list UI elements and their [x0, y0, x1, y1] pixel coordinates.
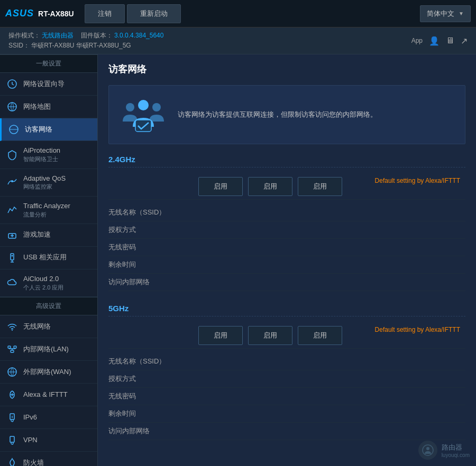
sidebar-label-usb-apps: USB 相关应用: [23, 253, 67, 262]
row-5ghz-time: 剩余时间: [108, 405, 465, 423]
row-5ghz-ssid: 无线名称（SSID）: [108, 353, 465, 370]
sidebar-item-aicloud[interactable]: AiCloud 2.0 个人云 2.0 应用: [0, 269, 97, 297]
sidebar-item-aiprotection[interactable]: AiProtection 智能网络卫士: [0, 141, 97, 169]
traffic-analyzer-icon: [6, 204, 18, 216]
firewall-icon: [6, 457, 18, 466]
page-title: 访客网络: [98, 54, 476, 80]
ssid-values: 华硕RT-AX88U 华硕RT-AX88U_5G: [31, 42, 131, 49]
svg-point-15: [126, 103, 134, 111]
row-5ghz-auth: 授权方式: [108, 370, 465, 388]
sidebar-item-game-boost[interactable]: 游戏加速: [0, 224, 97, 247]
top-bar: ASUS RT-AX88U 注销 重新启动 简体中文 ▼: [0, 0, 476, 27]
vpn-icon: [6, 434, 18, 446]
svg-point-7: [12, 330, 13, 331]
watermark-text: 路由器 luyouqi.com: [442, 443, 470, 458]
svg-point-20: [426, 447, 429, 450]
row-24ghz-intranet: 访问内部网络: [108, 274, 465, 291]
sidebar-label-traffic-analyzer: Traffic Analyzer 流量分析: [23, 202, 70, 218]
svg-point-17: [138, 100, 149, 110]
sidebar-label-alexa-ifttt: Alexa & IFTTT: [23, 390, 68, 399]
sidebar-item-guest-network[interactable]: 访客网络: [0, 118, 97, 141]
svg-rect-5: [11, 254, 14, 260]
label-24ghz-time: 剩余时间: [108, 260, 193, 269]
firmware-value: 3.0.0.4.384_5640: [114, 32, 163, 39]
freq-5ghz-section: 5GHz 启用 启用 启用 Default setting by Alexa/I…: [108, 304, 465, 440]
svg-rect-18: [135, 120, 151, 132]
svg-rect-9: [8, 346, 11, 348]
ipv6-icon: [6, 412, 18, 423]
row-24ghz-ssid: 无线名称（SSID）: [108, 204, 465, 221]
enable-5ghz-btn-1[interactable]: 启用: [198, 326, 243, 345]
language-selector[interactable]: 简体中文 ▼: [420, 5, 471, 22]
alexa-note-24ghz: Default setting by Alexa/IFTTT: [375, 177, 465, 196]
sidebar-item-traffic-analyzer[interactable]: Traffic Analyzer 流量分析: [0, 197, 97, 224]
watermark: 路由器 luyouqi.com: [418, 441, 470, 460]
watermark-icon: [418, 441, 437, 460]
alexa-icon: [6, 389, 18, 400]
sidebar-label-network-map: 网络地图: [23, 102, 51, 111]
status-icons: App 👤 🖥 ↗: [411, 36, 468, 46]
network-map-icon: [6, 101, 18, 113]
row-24ghz-password: 无线密码: [108, 239, 465, 256]
aicloud-icon: [6, 277, 18, 289]
enable-24ghz-btn-1[interactable]: 启用: [198, 177, 243, 196]
enable-5ghz-btn-2[interactable]: 启用: [248, 326, 292, 345]
label-24ghz-ssid: 无线名称（SSID）: [108, 208, 193, 217]
enable-5ghz-btn-3[interactable]: 启用: [298, 326, 342, 345]
row-24ghz-time: 剩余时间: [108, 256, 465, 274]
sidebar-item-ipv6[interactable]: IPv6: [0, 406, 97, 429]
sidebar-item-network-map[interactable]: 网络地图: [0, 96, 97, 118]
enable-24ghz-btn-2[interactable]: 启用: [248, 177, 292, 196]
app-label: App: [411, 37, 423, 44]
sidebar-item-vpn[interactable]: VPN: [0, 429, 97, 452]
info-box: 访客网络为访客提供互联网连接，但限制访客访问您的内部网络。: [108, 85, 465, 144]
enable-24ghz-btn-3[interactable]: 启用: [298, 177, 342, 196]
chevron-down-icon: ▼: [459, 11, 464, 16]
ssid-label: SSID：: [8, 42, 30, 49]
top-nav-buttons: 注销 重新启动: [85, 4, 420, 23]
logout-button[interactable]: 注销: [85, 4, 125, 23]
label-24ghz-auth: 授权方式: [108, 225, 193, 235]
monitor-icon[interactable]: 🖥: [446, 36, 454, 45]
sidebar: 一般设置 网络设置向导 网络地图 访客网络 AiProtect: [0, 54, 98, 466]
user-icon[interactable]: 👤: [429, 36, 440, 46]
content-area: 访客网络: [98, 54, 476, 466]
sidebar-label-aicloud: AiCloud 2.0 个人云 2.0 应用: [23, 275, 63, 291]
network-guide-icon: [6, 78, 18, 90]
lan-icon: [6, 343, 18, 355]
mode-label: 操作模式：: [8, 32, 40, 39]
sidebar-item-network-guide[interactable]: 网络设置向导: [0, 73, 97, 96]
sidebar-label-vpn: VPN: [23, 436, 38, 445]
svg-rect-8: [11, 350, 14, 352]
sidebar-item-lan[interactable]: 内部网络(LAN): [0, 338, 97, 361]
sidebar-item-usb-apps[interactable]: USB 相关应用: [0, 247, 97, 269]
aiprotection-icon: [6, 149, 18, 161]
sidebar-item-adaptive-qos[interactable]: Adaptive QoS 网络监控家: [0, 169, 97, 197]
wireless-icon: [6, 321, 18, 332]
sidebar-item-wireless[interactable]: 无线网络: [0, 315, 97, 338]
reboot-button[interactable]: 重新启动: [127, 4, 181, 23]
svg-point-16: [152, 103, 161, 111]
lang-label: 简体中文: [427, 9, 454, 18]
alexa-note-5ghz: Default setting by Alexa/IFTTT: [375, 326, 465, 345]
sidebar-label-adaptive-qos: Adaptive QoS 网络监控家: [23, 174, 66, 191]
main-layout: 一般设置 网络设置向导 网络地图 访客网络 AiProtect: [0, 54, 476, 466]
model-name: RT-AX88U: [38, 10, 74, 18]
share-icon[interactable]: ↗: [461, 36, 468, 46]
wan-icon: [6, 366, 18, 378]
row-24ghz-auth: 授权方式: [108, 221, 465, 239]
sidebar-label-game-boost: 游戏加速: [23, 230, 51, 239]
sidebar-label-firewall: 防火墙: [23, 459, 44, 466]
svg-rect-10: [14, 346, 16, 348]
label-5ghz-auth: 授权方式: [108, 374, 193, 384]
sidebar-item-wan[interactable]: 外部网络(WAN): [0, 361, 97, 384]
label-5ghz-ssid: 无线名称（SSID）: [108, 357, 193, 366]
svg-point-6: [12, 255, 13, 256]
sidebar-item-alexa-ifttt[interactable]: Alexa & IFTTT: [0, 384, 97, 406]
firmware-label: 固件版本：: [81, 32, 113, 39]
row-5ghz-intranet: 访问内部网络: [108, 423, 465, 440]
sidebar-label-ipv6: IPv6: [23, 413, 37, 422]
freq-5ghz-title: 5GHz: [108, 304, 465, 316]
sidebar-item-firewall[interactable]: 防火墙: [0, 452, 97, 466]
sidebar-label-lan: 内部网络(LAN): [23, 345, 69, 354]
